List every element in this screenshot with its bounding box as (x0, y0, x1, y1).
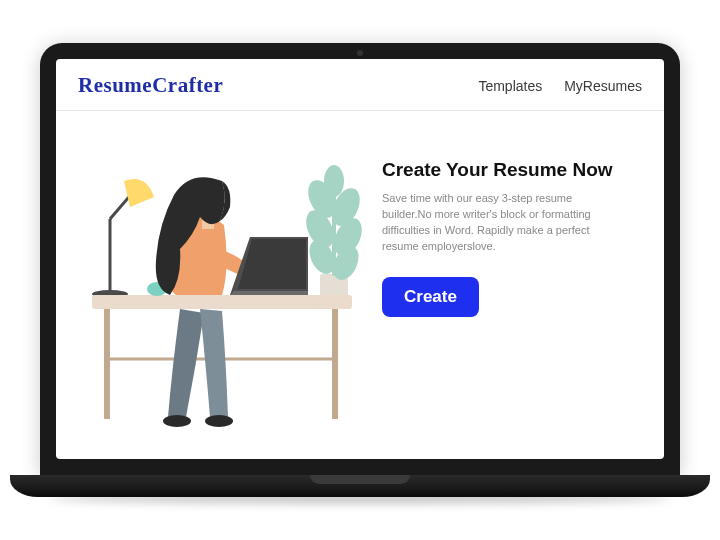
laptop-screen-bezel: ResumeCrafter Templates MyResumes (40, 43, 680, 475)
nav-link-myresumes[interactable]: MyResumes (564, 78, 642, 94)
plant-icon (301, 165, 368, 296)
nav-links: Templates MyResumes (478, 78, 642, 94)
hero-section: Create Your Resume Now Save time with ou… (56, 111, 664, 459)
woman-at-desk-illustration (72, 129, 372, 449)
hero-illustration (72, 129, 372, 459)
hero-headline: Create Your Resume Now (382, 159, 636, 181)
woman-leg-back (168, 309, 204, 417)
hero-subtext: Save time with our easy 3-step resume bu… (382, 191, 612, 255)
app-viewport: ResumeCrafter Templates MyResumes (56, 59, 664, 459)
nav-link-templates[interactable]: Templates (478, 78, 542, 94)
top-nav: ResumeCrafter Templates MyResumes (56, 59, 664, 111)
shoe-icon (205, 415, 233, 427)
brand-logo[interactable]: ResumeCrafter (78, 73, 223, 98)
laptop-icon (230, 237, 308, 295)
svg-rect-11 (92, 295, 352, 309)
svg-point-7 (324, 165, 344, 197)
lamp-icon (92, 179, 154, 298)
laptop-base (10, 475, 710, 497)
woman-leg-front (200, 309, 228, 417)
laptop-frame: ResumeCrafter Templates MyResumes (40, 43, 680, 497)
hero-copy: Create Your Resume Now Save time with ou… (382, 129, 636, 459)
svg-rect-13 (332, 309, 338, 419)
svg-rect-12 (104, 309, 110, 419)
shoe-icon (163, 415, 191, 427)
create-button[interactable]: Create (382, 277, 479, 317)
